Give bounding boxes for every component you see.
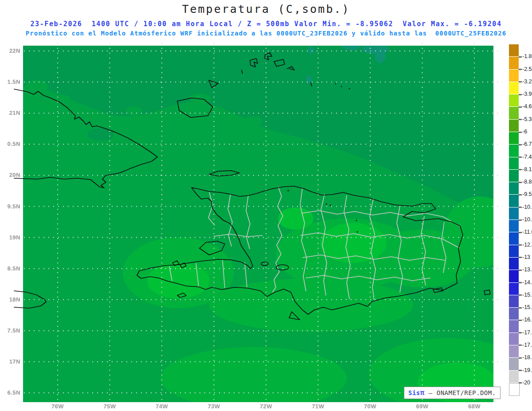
colorbar-segment — [509, 57, 519, 69]
lat-label: 17N — [0, 358, 20, 365]
colorbar-segment — [509, 195, 519, 207]
field-teal-blob — [308, 46, 314, 54]
lat-label: 9.5N — [0, 203, 20, 210]
colorbar-tick — [519, 307, 522, 309]
colorbar-tick-label: -5.3 — [522, 116, 532, 122]
colorbar-tick-label: -15.1 — [522, 292, 532, 298]
colorbar-tick-label: -3.9 — [522, 91, 532, 97]
colorbar-segment — [509, 333, 519, 345]
lat-label: 20N — [0, 172, 20, 178]
colorbar-segment — [509, 295, 519, 307]
colorbar-segment — [509, 182, 519, 194]
colorbar-tick-label: -18.6 — [522, 354, 532, 360]
colorbar-tick — [519, 144, 522, 145]
lon-label: 70W — [356, 403, 384, 410]
colorbar-segment — [509, 157, 519, 169]
lat-label: 6.5N — [0, 389, 20, 396]
subtitle-line1: 23-Feb-2026 1400 UTC / 10:00 am Hora Loc… — [0, 20, 532, 28]
lat-label: 7.5N — [0, 327, 20, 334]
colorbar-tick — [519, 294, 522, 296]
colorbar-tick-label: -6 — [522, 129, 527, 135]
colorbar-segment — [509, 107, 519, 119]
lon-label: 75W — [96, 403, 124, 410]
colorbar-tick — [519, 257, 522, 258]
lon-label: 74W — [148, 403, 176, 410]
colorbar-segment — [509, 308, 519, 320]
field-patch — [126, 106, 142, 115]
colorbar-tick — [519, 169, 522, 170]
colorbar-tick — [519, 207, 522, 208]
colorbar-segment — [509, 220, 519, 232]
colorbar-tick — [519, 320, 522, 321]
colorbar-tick — [519, 357, 522, 359]
colorbar-segment — [509, 358, 519, 370]
colorbar-tick-label: -3.2 — [522, 78, 532, 85]
colorbar-segment — [509, 270, 519, 282]
colorbar: -1.8-2.5-3.2-3.9-4.6-5.3-6-6.7-7.4-8.1-8… — [509, 44, 532, 399]
colorbar-tick-label: -6.7 — [522, 141, 532, 147]
colorbar-tick-label: -17.9 — [522, 342, 532, 348]
colorbar-tick — [519, 194, 522, 196]
colorbar-tick — [519, 56, 522, 58]
lat-label: 0.5N — [0, 141, 20, 147]
colorbar-segment — [509, 383, 520, 396]
field-teal-blob — [362, 44, 389, 54]
colorbar-segment — [509, 132, 519, 144]
colorbar-tick-label: -8.8 — [522, 179, 532, 185]
lon-label: 69W — [408, 403, 437, 410]
colorbar-tick-label: -4.6 — [522, 103, 532, 110]
colorbar-segment — [509, 145, 519, 157]
colorbar-tick-label: -1.8 — [522, 53, 532, 59]
credit-pi-logo: π — [420, 388, 425, 397]
colorbar-tick-label: -15.8 — [522, 304, 532, 310]
colorbar-tick-label: -12.3 — [522, 242, 532, 248]
colorbar-tick-label: -11.6 — [522, 229, 532, 235]
colorbar-tick — [519, 344, 522, 346]
colorbar-tick — [519, 270, 522, 271]
colorbar-tick-label: -13.7 — [522, 266, 532, 273]
lat-label: 22N — [0, 47, 20, 54]
colorbar-segment — [509, 258, 519, 270]
lon-label: 72W — [252, 403, 280, 410]
colorbar-tick — [519, 69, 522, 70]
colorbar-tick — [519, 332, 522, 333]
colorbar-segment — [509, 70, 519, 82]
colorbar-tick — [519, 182, 522, 183]
colorbar-segment — [509, 44, 519, 56]
map-canvas — [23, 46, 493, 402]
colorbar-tick — [519, 382, 522, 384]
colorbar-tick-label: -14.4 — [522, 279, 532, 286]
colorbar-tick — [519, 81, 522, 82]
colorbar-tick-label: -8.1 — [522, 166, 532, 172]
lon-label: 76W — [43, 403, 72, 410]
page-title: Temperatura (C,somb.) — [0, 3, 532, 16]
colorbar-tick-label: -10.9 — [522, 216, 532, 223]
colorbar-tick — [519, 219, 522, 221]
lat-label: 1.5N — [0, 78, 20, 85]
credit-org: – ONAMET/REP.DOM. — [425, 389, 496, 396]
colorbar-tick — [519, 94, 522, 95]
lon-label: 71W — [304, 403, 332, 410]
colorbar-tick-label: -13 — [522, 254, 530, 260]
lat-label: 8.5N — [0, 265, 20, 272]
field-warmest-patch — [278, 207, 313, 230]
field-teal-blob — [342, 42, 361, 50]
colorbar-tick — [519, 132, 522, 133]
colorbar-tick-label: -2.5 — [522, 66, 532, 72]
colorbar-segment — [509, 207, 519, 219]
colorbar-segment — [509, 170, 519, 182]
lat-label: 19N — [0, 234, 20, 241]
lat-label: 21N — [0, 110, 20, 116]
field-warm-patch — [160, 347, 347, 409]
lon-label: 68W — [460, 403, 489, 410]
subtitle-line2: Pronóstico con el Modelo Atmósferico WRF… — [0, 30, 532, 37]
colorbar-tick-label: -16.5 — [522, 317, 532, 323]
field-warm-patch — [209, 278, 413, 332]
colorbar-segment — [509, 283, 519, 295]
colorbar-segment — [509, 245, 519, 257]
colorbar-tick-label: -9.5 — [522, 191, 532, 197]
colorbar-tick — [519, 106, 522, 108]
lat-label: 18N — [0, 296, 20, 303]
field-warm-patch — [444, 196, 515, 267]
field-teal-blob — [375, 50, 386, 63]
